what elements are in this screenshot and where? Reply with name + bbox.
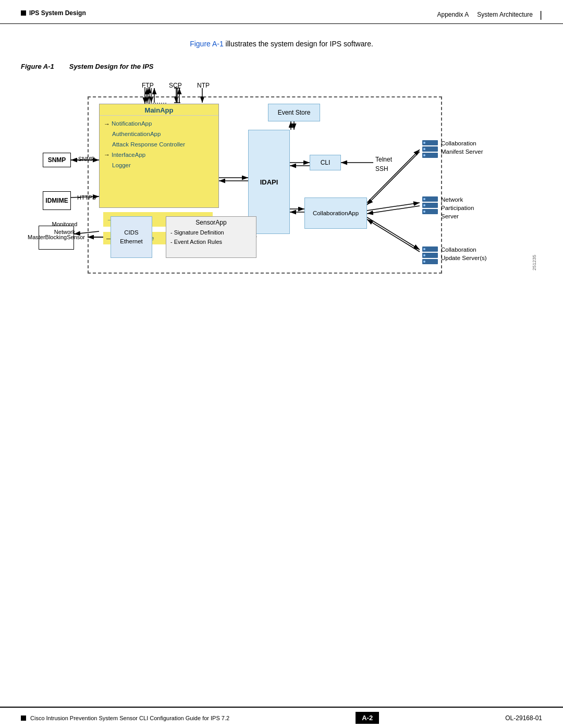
monitored-line2: Network [47,228,82,236]
figure-caption: Figure A-1 System Design for the IPS [21,63,542,70]
diagram: FTP SCP NTP MainApp → NotificationApp Au… [31,78,532,297]
diagram-id: 251235 [532,255,537,270]
ftp-label: FTP [142,82,154,89]
header-section-title: IPS System Design [29,9,86,17]
intro-rest: illustrates the system design for IPS so… [224,40,373,48]
authentication-app: AuthenticationApp [104,129,214,140]
header-right: Appendix A System Architecture | [437,9,542,20]
header-square-icon [21,10,26,16]
master-line1: Master [28,233,45,241]
sensorapp-content: - Signature Definition - Event Action Ru… [170,228,252,246]
collab-update-label: Collaboration Update Server(s) [441,245,487,262]
svg-point-48 [423,154,425,156]
cli-label: CLI [321,159,331,166]
header-bar-icon: | [540,9,542,20]
attack-response: Attack Response Controller [104,140,214,150]
cids-line2: Ethernet [120,237,142,246]
svg-point-54 [423,211,425,213]
snmp-label-text: SNMP [78,156,95,162]
idapi-label: IDAPI [260,178,278,186]
mainapp-content: → NotificationApp AuthenticationApp Atta… [100,116,218,174]
figure-title: System Design for the IPS [69,63,154,70]
https-label-text: HTTPS [77,194,96,201]
ssh-text: SSH [375,164,392,174]
footer-left: Cisco Intrusion Prevention System Sensor… [21,715,229,721]
network-part-server-icon [421,195,439,219]
event-store-label: Event Store [278,109,311,116]
page-header: IPS System Design Appendix A System Arch… [0,0,563,24]
cids-box: CIDS Ethernet [111,216,152,258]
idm-line1: IDM [45,196,57,205]
scp-label: SCP [169,82,182,89]
telnet-ssh-label: Telnet SSH [375,155,392,174]
svg-point-59 [423,254,425,256]
collab-app-box: CollaborationApp [304,198,367,229]
svg-point-53 [423,204,425,206]
sensorapp-title: SensorApp [170,219,252,226]
snmp-box: SNMP [43,153,71,167]
footer-doc-number: OL-29168-01 [505,714,542,722]
footer-page-label: A-2 [356,712,379,724]
intro-paragraph: Figure A-1 illustrates the system design… [21,40,542,48]
svg-point-46 [423,142,425,144]
arrow-icon-1: → [104,119,110,129]
cids-line1: CIDS [124,228,138,237]
telnet-text: Telnet [375,155,392,164]
header-arch: System Architecture [477,11,533,18]
event-action: - Event Action Rules [170,238,252,247]
collab-app-label: CollaborationApp [313,210,359,216]
svg-point-58 [423,248,425,250]
collab-manifest-label: Collaboration Manifest Server [441,139,483,156]
event-store-box: Event Store [268,104,320,121]
mainapp-title: MainApp [100,104,218,116]
header-appendix: Appendix A [437,11,469,18]
svg-point-60 [423,261,425,263]
header-left: IPS System Design [21,9,86,17]
page-footer: Cisco Intrusion Prevention System Sensor… [0,707,563,728]
main-content: Figure A-1 illustrates the system design… [0,24,563,317]
svg-point-52 [423,198,425,200]
footer-square-icon [21,715,26,721]
snmp-label: SNMP [48,156,66,164]
svg-point-47 [423,148,425,150]
ime-line2: IME [57,196,68,205]
monitored-network-label: Monitored Network [47,220,82,237]
figure-link[interactable]: Figure A-1 [190,40,224,48]
figure-label: Figure A-1 [21,63,54,70]
monitored-line1: Monitored [47,220,82,228]
sensorapp-box: SensorApp - Signature Definition - Event… [166,216,256,258]
network-part-label: Network Participation Server [441,195,474,220]
interface-app: → InterfaceApp [104,150,214,160]
idm-ime-box: IDM IME [43,191,71,210]
logger-item: Logger [104,161,214,171]
collab-manifest-server-icon [421,139,439,163]
cli-box: CLI [310,155,341,170]
sig-def: - Signature Definition [170,228,252,238]
footer-doc-title: Cisco Intrusion Prevention System Sensor… [30,715,229,721]
ntp-label: NTP [197,82,210,89]
notification-app: → NotificationApp [104,119,214,129]
collab-update-server-icon [421,245,439,269]
arrow-icon-2: → [104,150,110,160]
mainapp-box: MainApp → NotificationApp Authentication… [99,104,219,208]
